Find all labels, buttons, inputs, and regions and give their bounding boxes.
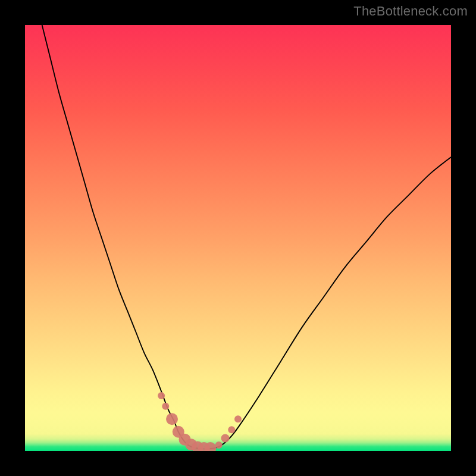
bottleneck-curve: [42, 25, 451, 449]
chart-frame: TheBottleneck.com: [0, 0, 476, 476]
marker-dot: [158, 392, 165, 399]
marker-dot: [162, 403, 169, 410]
marker-dot: [228, 426, 235, 433]
near-min-markers: [158, 392, 242, 451]
plot-area: [25, 25, 451, 451]
marker-dot: [234, 415, 242, 422]
watermark-label: TheBottleneck.com: [353, 4, 468, 19]
marker-dot: [166, 413, 178, 425]
marker-dot: [221, 434, 230, 443]
marker-dot: [215, 441, 223, 449]
curve-svg: [25, 25, 451, 451]
